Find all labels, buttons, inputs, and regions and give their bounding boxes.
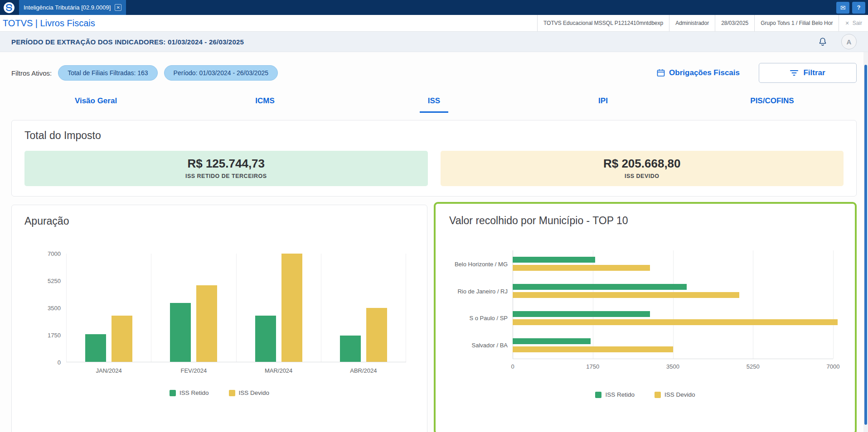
- avatar-initial: A: [847, 38, 852, 46]
- legend-item-iss-retido: ISS Retido: [595, 391, 635, 398]
- municipio-chart: Belo Horizonte / MGRio de Janeiro / RJS …: [449, 250, 841, 371]
- mail-button[interactable]: ✉: [836, 2, 849, 14]
- tab-visao-geral[interactable]: Visão Geral: [11, 96, 180, 113]
- bar-iss-retido: [255, 316, 276, 362]
- tab-label: ISS: [420, 96, 448, 113]
- scrollbar-thumb[interactable]: [864, 65, 867, 425]
- iss-devido-total-label: ISS DEVIDO: [441, 173, 844, 179]
- legend-swatch-iss-devido: [655, 392, 661, 398]
- bar-iss-devido: [513, 292, 739, 298]
- iss-retido-total-value: R$ 125.744,73: [24, 157, 428, 171]
- plot-area: Belo Horizonte / MGRio de Janeiro / RJS …: [513, 250, 833, 359]
- charts-row: Apuração 01750350052507000JAN/2024FEV/20…: [11, 205, 857, 432]
- selection-highlight-border: Valor recolhido por Município - TOP 10 B…: [434, 202, 857, 432]
- tax-tabs: Visão GeralICMSISSIPIPIS/COFINS: [11, 96, 857, 113]
- iss-retido-total-label: ISS RETIDO DE TERCEIROS: [24, 173, 428, 179]
- bar-iss-retido: [85, 334, 106, 362]
- bar-row-belo-horizonte-mg: Belo Horizonte / MG: [513, 257, 833, 271]
- bar-group-mar-2024: MAR/2024: [236, 254, 321, 362]
- active-filters-label: Filtros Ativos:: [11, 69, 52, 77]
- header-cells: TOTVS Educacional MSSQL P1212410mntdbexp…: [537, 15, 868, 31]
- bar-iss-retido: [513, 284, 687, 290]
- app-tab-title: Inteligência Tributária [02.9.0009]: [24, 4, 111, 11]
- total-imposto-card: Total do Imposto R$ 125.744,73 ISS RETID…: [11, 120, 857, 197]
- vertical-scrollbar[interactable]: [863, 52, 868, 432]
- bars: [151, 254, 236, 362]
- bars: [321, 254, 406, 362]
- tab-label: ICMS: [247, 96, 283, 113]
- iss-devido-total-box: R$ 205.668,80 ISS DEVIDO: [441, 151, 844, 186]
- filter-row: Filtros Ativos: Total de Filiais Filtrad…: [11, 63, 857, 83]
- legend-item-iss-retido: ISS Retido: [170, 389, 209, 396]
- municipio-chart-title: Valor recolhido por Município - TOP 10: [449, 215, 841, 227]
- main-content: Filtros Ativos: Total de Filiais Filtrad…: [0, 63, 868, 432]
- logout-button[interactable]: ✕ Sair: [839, 15, 868, 31]
- y-tick-label: 5250: [48, 278, 61, 284]
- totvs-logo: [3, 2, 15, 14]
- bar-row-salvador-ba: Salvador / BA: [513, 338, 833, 352]
- apuracao-legend: ISS RetidoISS Devido: [24, 389, 414, 396]
- help-button[interactable]: ?: [852, 2, 865, 14]
- bar-iss-retido: [513, 257, 595, 263]
- bar-row-s-o-paulo-sp: S o Paulo / SP: [513, 311, 833, 325]
- top-bar: Inteligência Tributária [02.9.0009] ✕ ✉ …: [0, 0, 868, 15]
- total-boxes: R$ 125.744,73 ISS RETIDO DE TERCEIROS R$…: [24, 151, 844, 186]
- calendar-icon: [657, 69, 665, 77]
- tab-label: IPI: [590, 96, 616, 113]
- filter-button-label: Filtrar: [803, 68, 825, 77]
- tab-label: Visão Geral: [67, 96, 125, 113]
- tab-ipi[interactable]: IPI: [519, 96, 688, 113]
- bar-group-jan-2024: JAN/2024: [66, 254, 151, 362]
- x-tick-label: 7000: [827, 363, 840, 370]
- logout-label: Sair: [853, 20, 862, 26]
- fiscal-obligations-link[interactable]: Obrigações Fiscais: [657, 68, 740, 77]
- close-tab-icon[interactable]: ✕: [115, 4, 121, 11]
- x-axis-ticks: 01750350052507000: [513, 363, 833, 371]
- category-label: Salvador / BA: [472, 342, 508, 349]
- legend-label: ISS Devido: [664, 391, 695, 398]
- iss-retido-total-box: R$ 125.744,73 ISS RETIDO DE TERCEIROS: [24, 151, 428, 186]
- x-axis-label: ABR/2024: [321, 367, 406, 374]
- filter-icon: [790, 70, 798, 76]
- legend-label: ISS Retido: [179, 389, 209, 396]
- x-axis-label: MAR/2024: [237, 367, 321, 374]
- apuracao-card: Apuração 01750350052507000JAN/2024FEV/20…: [11, 205, 427, 432]
- bar-iss-retido: [513, 338, 591, 344]
- legend-item-iss-devido: ISS Devido: [655, 391, 695, 398]
- y-tick-label: 3500: [48, 305, 61, 312]
- bar-iss-retido: [170, 303, 191, 362]
- tab-iss[interactable]: ISS: [349, 96, 519, 113]
- legend-swatch-iss-devido: [229, 390, 235, 396]
- branch-cell[interactable]: Grupo Totvs 1 / Filial Belo Hor: [754, 15, 839, 31]
- bar-iss-retido: [340, 336, 361, 362]
- x-tick-label: 5250: [747, 363, 760, 370]
- bar-iss-devido: [513, 346, 673, 352]
- bar-group-fev-2024: FEV/2024: [151, 254, 236, 362]
- y-tick-label: 0: [58, 359, 61, 366]
- category-label: S o Paulo / SP: [469, 315, 508, 322]
- tab-icms[interactable]: ICMS: [180, 96, 349, 113]
- tab-pis-cofins[interactable]: PIS/COFINS: [688, 96, 857, 113]
- legend-swatch-iss-retido: [595, 392, 601, 398]
- bar-row-rio-de-janeiro-rj: Rio de Janeiro / RJ: [513, 284, 833, 298]
- bar-iss-devido: [196, 285, 217, 362]
- notifications-button[interactable]: [818, 36, 828, 47]
- filter-button[interactable]: Filtrar: [759, 63, 857, 83]
- period-bar: PERÍODO DE EXTRAÇÃO DOS INDICADORES: 01/…: [0, 32, 868, 52]
- filter-chip[interactable]: Período: 01/03/2024 - 26/03/2025: [164, 65, 278, 81]
- x-axis-label: FEV/2024: [151, 367, 236, 374]
- date-cell[interactable]: 28/03/2025: [715, 15, 754, 31]
- x-axis-label: JAN/2024: [67, 367, 151, 374]
- mail-icon: ✉: [840, 4, 846, 11]
- filter-chip[interactable]: Total de Filiais Filtradas: 163: [58, 65, 157, 81]
- app-tab[interactable]: Inteligência Tributária [02.9.0009] ✕: [19, 0, 126, 15]
- header-bar: TOTVS | Livros Fiscais TOTVS Educacional…: [0, 15, 868, 32]
- bars: [67, 254, 151, 362]
- iss-devido-total-value: R$ 205.668,80: [441, 157, 844, 171]
- bell-icon: [818, 36, 828, 47]
- app-window: Inteligência Tributária [02.9.0009] ✕ ✉ …: [0, 0, 868, 432]
- active-filter-chips: Total de Filiais Filtradas: 163Período: …: [58, 65, 278, 81]
- avatar[interactable]: A: [841, 34, 857, 49]
- close-icon: ✕: [845, 20, 849, 26]
- environment-cell: TOTVS Educacional MSSQL P1212410mntdbexp: [537, 15, 669, 31]
